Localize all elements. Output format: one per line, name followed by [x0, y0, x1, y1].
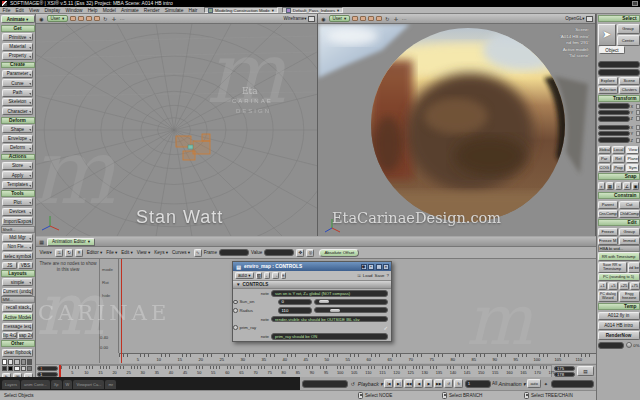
shelf-button[interactable]: Non Fle...	[2, 243, 33, 251]
shelf-button[interactable]: selec symbol	[2, 252, 33, 260]
orbit-icon[interactable]: ↻	[384, 16, 391, 22]
increment-+75[interactable]: +75	[630, 282, 640, 290]
group-button[interactable]: Group	[617, 24, 640, 35]
pc-rounding-button[interactable]: PC (rounding to 5)	[598, 273, 640, 281]
zoom-dots-icon[interactable]: ⋯	[401, 16, 408, 22]
view-menu[interactable]: View▾	[38, 250, 53, 255]
close-icon[interactable]: ×	[383, 264, 389, 270]
region-icon[interactable]: ◎	[306, 249, 314, 257]
color-swatch[interactable]	[2, 366, 7, 371]
track-label[interactable]: Rot	[102, 276, 113, 289]
transform-value-field[interactable]	[598, 137, 630, 143]
increment-+5[interactable]: +5	[608, 282, 618, 290]
shelf-button[interactable]: clear flipbook	[2, 349, 33, 357]
browse-icon[interactable]: ▧	[256, 272, 262, 279]
param-slider[interactable]	[314, 307, 389, 313]
button-path[interactable]: Path	[2, 89, 33, 97]
color-swatch[interactable]	[21, 359, 26, 364]
ppg-title-bar[interactable]: ▤ enviro_map : CONTROLS ◉ • _ ×	[233, 262, 391, 271]
memo-cam-icon[interactable]	[78, 16, 85, 21]
controls-section-header[interactable]: ▼ CONTROLS	[233, 281, 391, 289]
snap-1-icon[interactable]: ▦	[606, 182, 614, 190]
pin-icon[interactable]: •	[368, 264, 374, 270]
menu-editor[interactable]: Editor ▾	[85, 250, 104, 255]
color-swatch[interactable]	[8, 366, 13, 371]
button-character[interactable]: Character	[2, 107, 33, 115]
menu-animate[interactable]: Animate	[118, 8, 141, 13]
viewport-b-display-dropdown[interactable]: OpenGL▾	[565, 16, 584, 21]
param-slider[interactable]	[314, 299, 389, 305]
pc-wizard-button[interactable]: PC dialog Wizard	[598, 291, 619, 302]
list-icon[interactable]: ≡	[75, 249, 83, 257]
button-cnscomp[interactable]: CnsComp	[598, 210, 619, 218]
menu-view[interactable]: View	[26, 8, 42, 13]
anim-divot-icon[interactable]	[233, 300, 238, 305]
color-swatch[interactable]	[21, 366, 26, 371]
memo-cam-icon[interactable]	[376, 16, 383, 21]
pan-icon[interactable]: ✛	[392, 16, 399, 22]
orbit-icon[interactable]: ↻	[102, 16, 109, 22]
graph-playhead[interactable]	[121, 259, 122, 363]
panel-icon[interactable]: ▦	[38, 239, 45, 245]
memo-cam-icon[interactable]	[368, 16, 375, 21]
link-icon[interactable]	[636, 110, 640, 115]
transform-value-field[interactable]	[598, 125, 630, 131]
button-templates[interactable]: Templates	[2, 181, 33, 189]
key-icon[interactable]: ✦	[542, 381, 549, 387]
button-apply[interactable]: Apply	[2, 171, 33, 179]
frame-input[interactable]	[219, 249, 249, 256]
menu-edit[interactable]: Edit ▾	[120, 250, 135, 255]
minimized-tab[interactable]: Layers	[2, 380, 20, 389]
minimized-tab[interactable]: W	[63, 380, 73, 389]
eye-icon[interactable]: ◉	[320, 16, 327, 22]
viewport-a-display-dropdown[interactable]: Wireframe▾	[283, 16, 306, 21]
shelf-button[interactable]: JS	[2, 262, 17, 269]
lock-icon[interactable]: ⚿	[357, 273, 360, 278]
intro-button[interactable]: A014 HB intro	[598, 321, 640, 330]
color-swatch[interactable]	[14, 359, 19, 364]
transport-2-icon[interactable]: ◀◀	[404, 379, 413, 388]
link-icon[interactable]	[636, 116, 640, 121]
render-pass-dropdown[interactable]: Default_Pass_Indoors▾	[282, 7, 343, 13]
button-skeleton[interactable]: Skeleton	[2, 98, 33, 106]
shelf-button[interactable]: Mdl Mgr	[2, 234, 33, 242]
color-swatch[interactable]	[27, 359, 32, 364]
select-arrow-tool[interactable]: ➤	[598, 24, 616, 46]
button-material[interactable]: Material	[2, 43, 33, 51]
button-store[interactable]: Store	[2, 162, 33, 170]
load-button[interactable]: Load	[363, 273, 373, 278]
layout-button[interactable]: simple	[2, 278, 33, 286]
graph-frame-ruler[interactable]: 5101520253035404550556065707580859095100…	[119, 353, 596, 363]
move-icon[interactable]: ✥	[296, 249, 304, 257]
memo-cam-icon[interactable]	[352, 16, 359, 21]
note-field[interactable]: prim_ray should be ON	[271, 333, 388, 340]
anim-divot-icon[interactable]	[233, 325, 238, 330]
mode-prop[interactable]: Prop	[612, 164, 625, 172]
auto-key-toggle[interactable]: auto	[527, 379, 541, 388]
maximize-viewport-icon[interactable]	[586, 16, 593, 22]
link-icon[interactable]	[636, 138, 640, 143]
timeline-out-field[interactable]: 175	[554, 366, 575, 372]
shelf-button[interactable]: VBS	[18, 262, 33, 269]
mode-plane[interactable]: Plane	[626, 155, 639, 163]
center-button[interactable]: Center	[617, 35, 640, 46]
button-cut[interactable]: Cut	[619, 201, 640, 209]
lock-icon[interactable]: ⚿	[55, 249, 63, 257]
memo-cam-icon[interactable]	[86, 16, 93, 21]
increment-+25[interactable]: +25	[619, 282, 629, 290]
mode-local[interactable]: Local	[612, 146, 625, 154]
button-envelope[interactable]: Envelope	[2, 135, 33, 143]
minimized-tab[interactable]: Viewport Ca...	[73, 380, 104, 389]
shelf-button[interactable]: flip 4x2	[2, 332, 17, 339]
viewport-b-camera-dropdown[interactable]: User▾	[329, 15, 351, 22]
transport-7-icon[interactable]: ↻	[454, 379, 463, 388]
loop-icon[interactable]: ↺	[349, 381, 356, 387]
color-swatch[interactable]	[14, 366, 19, 371]
button-scene[interactable]: Scene	[619, 77, 640, 85]
transport-4-icon[interactable]: ▶	[424, 379, 433, 388]
object-filter-button[interactable]: Object	[599, 46, 625, 54]
menu-edit[interactable]: Edit	[13, 8, 26, 13]
value-field[interactable]: 0	[278, 299, 312, 306]
snap-2-icon[interactable]: ◦	[615, 182, 623, 190]
button-selection[interactable]: Selection	[598, 86, 619, 94]
